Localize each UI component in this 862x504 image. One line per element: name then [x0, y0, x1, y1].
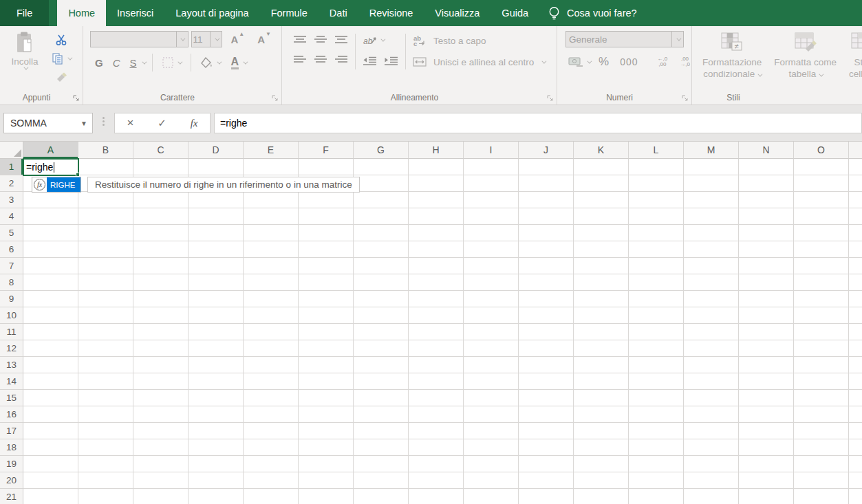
row-header-1[interactable]: 1	[0, 159, 23, 175]
cell-c4[interactable]	[133, 208, 188, 225]
cell-b8[interactable]	[78, 274, 133, 291]
cell-o11[interactable]	[794, 324, 849, 340]
cell-b14[interactable]	[78, 373, 133, 390]
cell-m1[interactable]	[684, 159, 739, 175]
cell-k11[interactable]	[574, 324, 629, 340]
cell-d1[interactable]	[188, 159, 244, 175]
cell-d8[interactable]	[188, 274, 244, 291]
cell-e1[interactable]	[244, 159, 299, 175]
cell-partial-20[interactable]	[849, 472, 862, 489]
cell-d4[interactable]	[188, 208, 244, 225]
cell-o1[interactable]	[794, 159, 849, 175]
cell-d14[interactable]	[188, 373, 244, 390]
row-header-3[interactable]: 3	[0, 192, 23, 208]
cell-g18[interactable]	[354, 439, 409, 456]
cell-n8[interactable]	[739, 274, 794, 291]
tab-dati[interactable]: Dati	[319, 0, 358, 26]
cell-d11[interactable]	[188, 324, 244, 340]
cell-a8[interactable]	[23, 274, 78, 291]
cell-k4[interactable]	[574, 208, 629, 225]
cell-j11[interactable]	[519, 324, 574, 340]
cell-a21[interactable]	[23, 489, 78, 504]
cell-k20[interactable]	[574, 472, 629, 489]
cell-m15[interactable]	[684, 390, 739, 406]
font-size-combo[interactable]: 11	[191, 31, 223, 47]
underline-chevron-icon[interactable]	[142, 59, 147, 64]
cell-partial-5[interactable]	[849, 225, 862, 241]
align-bottom-icon[interactable]	[332, 34, 351, 45]
cell-l16[interactable]	[629, 406, 684, 423]
cell-b9[interactable]	[78, 291, 133, 307]
cell-o13[interactable]	[794, 357, 849, 373]
row-header-21[interactable]: 21	[0, 489, 23, 504]
cell-b19[interactable]	[78, 456, 133, 472]
cell-o12[interactable]	[794, 340, 849, 357]
cell-h2[interactable]	[409, 175, 464, 192]
cell-m13[interactable]	[684, 357, 739, 373]
cell-c15[interactable]	[133, 390, 188, 406]
cell-k16[interactable]	[574, 406, 629, 423]
font-dialog-launcher[interactable]	[272, 95, 279, 102]
autocomplete-item-righe[interactable]: fx RIGHE	[32, 177, 81, 193]
cell-partial-18[interactable]	[849, 439, 862, 456]
cell-j18[interactable]	[519, 439, 574, 456]
formula-bar-handle[interactable]	[103, 117, 105, 126]
column-header-n[interactable]: N	[739, 142, 794, 159]
column-header-l[interactable]: L	[629, 142, 684, 159]
cell-m8[interactable]	[684, 274, 739, 291]
row-header-19[interactable]: 19	[0, 456, 23, 472]
cut-button[interactable]	[50, 33, 74, 47]
cell-k12[interactable]	[574, 340, 629, 357]
cell-i15[interactable]	[464, 390, 519, 406]
cell-a5[interactable]	[23, 225, 78, 241]
cell-b4[interactable]	[78, 208, 133, 225]
row-header-11[interactable]: 11	[0, 324, 23, 340]
cell-k8[interactable]	[574, 274, 629, 291]
cell-h13[interactable]	[409, 357, 464, 373]
cell-j10[interactable]	[519, 307, 574, 324]
cell-i5[interactable]	[464, 225, 519, 241]
cell-k21[interactable]	[574, 489, 629, 504]
decrease-indent-icon[interactable]	[360, 55, 380, 67]
cell-k2[interactable]	[574, 175, 629, 192]
cell-i2[interactable]	[464, 175, 519, 192]
cell-c16[interactable]	[133, 406, 188, 423]
cell-partial-21[interactable]	[849, 489, 862, 504]
cell-j6[interactable]	[519, 241, 574, 258]
cell-h21[interactable]	[409, 489, 464, 504]
column-header-b[interactable]: B	[78, 142, 133, 159]
cell-m7[interactable]	[684, 258, 739, 274]
cell-d3[interactable]	[188, 192, 244, 208]
cell-b18[interactable]	[78, 439, 133, 456]
column-header-d[interactable]: D	[188, 142, 244, 159]
cell-n11[interactable]	[739, 324, 794, 340]
cancel-entry-button[interactable]: ×	[127, 116, 133, 130]
cell-o19[interactable]	[794, 456, 849, 472]
cell-n4[interactable]	[739, 208, 794, 225]
cell-n14[interactable]	[739, 373, 794, 390]
cell-i9[interactable]	[464, 291, 519, 307]
cell-partial-7[interactable]	[849, 258, 862, 274]
cell-f21[interactable]	[299, 489, 354, 504]
cell-partial-1[interactable]	[849, 159, 862, 175]
cell-o4[interactable]	[794, 208, 849, 225]
cell-l2[interactable]	[629, 175, 684, 192]
cell-g4[interactable]	[354, 208, 409, 225]
align-center-icon[interactable]	[311, 54, 330, 65]
cell-e20[interactable]	[244, 472, 299, 489]
align-middle-icon[interactable]	[311, 34, 330, 45]
cell-f1[interactable]	[299, 159, 354, 175]
cell-c14[interactable]	[133, 373, 188, 390]
wrap-text-button[interactable]: ab c Testo a capo	[410, 34, 545, 48]
cell-i19[interactable]	[464, 456, 519, 472]
cell-g5[interactable]	[354, 225, 409, 241]
cell-i20[interactable]	[464, 472, 519, 489]
cell-k17[interactable]	[574, 423, 629, 439]
cell-a15[interactable]	[23, 390, 78, 406]
cell-partial-19[interactable]	[849, 456, 862, 472]
cell-e19[interactable]	[244, 456, 299, 472]
cell-l7[interactable]	[629, 258, 684, 274]
cell-j4[interactable]	[519, 208, 574, 225]
tab-home[interactable]: Home	[57, 0, 106, 26]
cell-o8[interactable]	[794, 274, 849, 291]
